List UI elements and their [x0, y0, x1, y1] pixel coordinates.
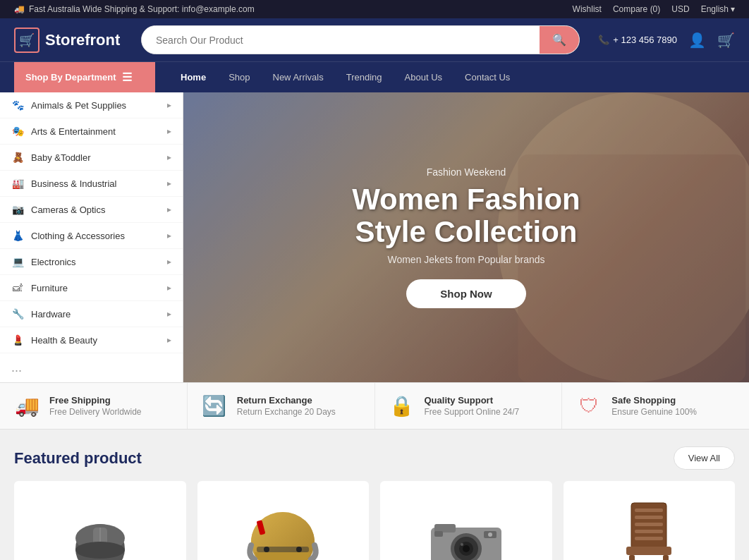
shop-now-button[interactable]: Shop Now: [406, 279, 525, 308]
phone-icon: 📞: [598, 35, 609, 45]
svg-point-11: [296, 547, 302, 552]
chevron-right-icon: ▸: [167, 178, 171, 188]
sidebar-item-animals[interactable]: 🐾 Animals & Pet Supplies ▸: [0, 92, 183, 118]
wishlist-link[interactable]: Wishlist: [573, 4, 602, 14]
sidebar-item-label: Arts & Entertainment: [31, 126, 116, 137]
feature-desc: Free Delivery Worldwide: [49, 407, 141, 417]
electronics-icon: 💻: [11, 256, 24, 267]
featured-header: Featured product View All: [14, 446, 735, 470]
hardware-icon: 🔧: [11, 308, 24, 319]
svg-point-22: [488, 532, 492, 537]
sidebar-item-electronics[interactable]: 💻 Electronics ▸: [0, 249, 183, 275]
hero-description: Women Jekets from Popular brands: [352, 254, 580, 265]
feature-desc: Free Support Online 24/7: [425, 407, 520, 417]
hamburger-icon: ☰: [122, 71, 132, 84]
sidebar-item-health[interactable]: 💄 Health & Beauty ▸: [0, 327, 183, 353]
feature-title: Safe Shopping: [611, 395, 697, 406]
nav-shop[interactable]: Shop: [217, 63, 261, 91]
sidebar-item-label: Business & Industrial: [31, 178, 116, 189]
nav-new-arrivals[interactable]: New Arrivals: [262, 63, 335, 91]
svg-point-19: [463, 545, 470, 552]
logo-text: Storefront: [45, 31, 120, 49]
feature-desc: Ensure Genuine 100%: [611, 407, 697, 417]
health-icon: 💄: [11, 334, 24, 346]
main-area: 🐾 Animals & Pet Supplies ▸ 🎭 Arts & Ente…: [0, 92, 749, 382]
top-bar-actions: Wishlist Compare (0) USD English ▾: [573, 4, 735, 14]
nav-about-us[interactable]: About Us: [394, 63, 453, 91]
search-bar: 🔍: [141, 25, 580, 54]
search-input[interactable]: [142, 26, 540, 54]
language-label: English: [701, 4, 729, 14]
compare-link[interactable]: Compare (0): [613, 4, 660, 14]
business-icon: 🏭: [11, 178, 24, 189]
product-image-area: [25, 492, 175, 560]
sidebar-item-label: Baby &Toddler: [31, 152, 91, 163]
main-nav: Home Shop New Arrivals Trending About Us…: [155, 63, 521, 91]
search-button[interactable]: 🔍: [540, 26, 579, 54]
product-card: Add 🛒 ★★★★☆ Deal Seeker Product Title $1…: [564, 481, 736, 560]
product-image-mouse: [54, 506, 146, 560]
view-all-button[interactable]: View All: [674, 446, 735, 470]
product-image-helmet: [237, 503, 329, 560]
sidebar-item-hardware[interactable]: 🔧 Hardware ▸: [0, 301, 183, 327]
svg-point-20: [461, 543, 463, 546]
user-icon[interactable]: 👤: [688, 32, 706, 49]
nav-bar: Shop By Department ☰ Home Shop New Arriv…: [0, 61, 749, 92]
product-image-chair: [614, 496, 684, 560]
top-bar: 🚚 Fast Australia Wide Shipping & Support…: [0, 0, 749, 18]
svg-rect-30: [626, 547, 671, 555]
svg-rect-23: [434, 531, 443, 537]
sidebar-item-label: Health & Beauty: [31, 335, 97, 346]
logo[interactable]: 🛒 Storefront: [14, 28, 127, 53]
nav-trending[interactable]: Trending: [335, 63, 394, 91]
safe-icon: 🛡: [576, 394, 602, 418]
sidebar-item-furniture[interactable]: 🛋 Furniture ▸: [0, 275, 183, 301]
hero-banner: Fashion Weekend Women Fashion Style Coll…: [183, 92, 749, 382]
svg-rect-31: [629, 555, 635, 560]
product-card: Add 🛒 ★★★★☆ Deal Seeker Product Title $1…: [380, 481, 552, 560]
sidebar-item-label: Cameras & Optics: [31, 205, 105, 215]
sidebar-item-label: Hardware: [31, 309, 71, 319]
support-icon: 🔒: [389, 394, 415, 418]
svg-rect-26: [635, 516, 663, 519]
sidebar-item-baby[interactable]: 🧸 Baby &Toddler ▸: [0, 145, 183, 171]
shipping-text: Fast Australia Wide Shipping & Support: …: [29, 4, 255, 14]
sidebar-item-label: Animals & Pet Supplies: [31, 100, 126, 111]
chevron-right-icon: ▸: [167, 283, 171, 293]
chevron-right-icon: ▸: [167, 205, 171, 214]
camera-icon: 📷: [11, 204, 24, 215]
svg-rect-32: [663, 555, 669, 560]
sidebar-item-label: Clothing & Accessories: [31, 231, 125, 241]
product-image-area: [209, 492, 358, 560]
top-bar-shipping: 🚚 Fast Australia Wide Shipping & Support…: [14, 4, 255, 14]
sidebar-item-cameras[interactable]: 📷 Cameras & Optics ▸: [0, 197, 183, 223]
product-image-area: [575, 492, 724, 560]
featured-section: Featured product View All Add 🛒 ★★★★☆ De…: [0, 430, 749, 560]
feature-free-shipping: 🚚 Free Shipping Free Delivery Worldwide: [0, 383, 188, 429]
nav-home[interactable]: Home: [169, 63, 217, 91]
feature-return-exchange: 🔄 Return Exchange Return Exchange 20 Day…: [188, 383, 375, 429]
chevron-right-icon: ▸: [167, 309, 171, 319]
chevron-right-icon: ▸: [167, 257, 171, 267]
svg-point-10: [264, 547, 269, 552]
sidebar-more[interactable]: ...: [0, 353, 183, 382]
language-selector[interactable]: English ▾: [701, 4, 735, 14]
svg-rect-28: [635, 530, 663, 533]
product-card: Add 🛒 ★★★★☆ Deal Seeker Product Title $1…: [14, 481, 186, 560]
sidebar-item-arts[interactable]: 🎭 Arts & Entertainment ▸: [0, 118, 183, 145]
sidebar-item-clothing[interactable]: 👗 Clothing & Accessories ▸: [0, 223, 183, 249]
phone-number: 📞 + 123 456 7890: [598, 35, 677, 45]
header-right: 📞 + 123 456 7890 👤 🛒: [594, 32, 735, 49]
sidebar-item-business[interactable]: 🏭 Business & Industrial ▸: [0, 171, 183, 197]
shop-by-dept-button[interactable]: Shop By Department ☰: [14, 62, 155, 92]
nav-contact-us[interactable]: Contact Us: [453, 63, 521, 91]
svg-rect-27: [635, 523, 663, 526]
sidebar: 🐾 Animals & Pet Supplies ▸ 🎭 Arts & Ente…: [0, 92, 183, 382]
logo-icon: 🛒: [14, 28, 39, 53]
baby-icon: 🧸: [11, 152, 24, 163]
featured-title: Featured product: [14, 449, 142, 468]
cart-icon[interactable]: 🛒: [717, 32, 735, 49]
truck-icon: 🚚: [14, 4, 25, 14]
currency-selector[interactable]: USD: [671, 4, 689, 14]
hero-content: Fashion Weekend Women Fashion Style Coll…: [338, 152, 595, 322]
